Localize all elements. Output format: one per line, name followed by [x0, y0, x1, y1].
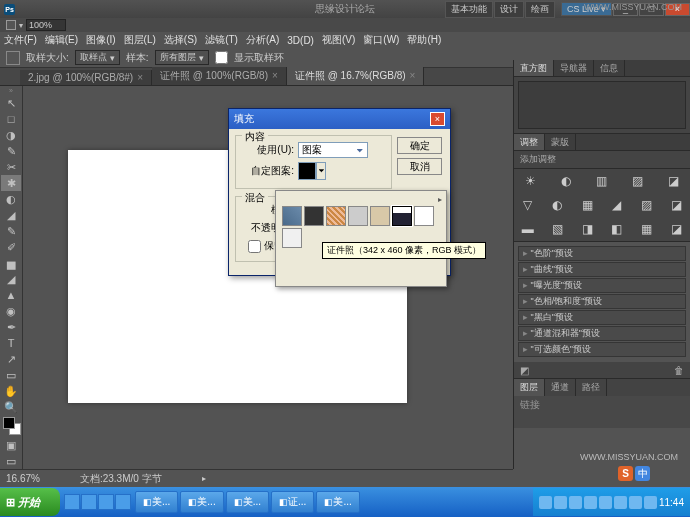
vibrance-icon[interactable]: ◪ [665, 173, 681, 189]
tray-icon[interactable] [584, 496, 597, 509]
doc-tab-0[interactable]: 2.jpg @ 100%(RGB/8#)× [20, 70, 152, 85]
blur-tool[interactable]: ▲ [1, 287, 21, 303]
move-tool[interactable]: ↖ [1, 95, 21, 111]
eyedropper-tool[interactable]: ✱ [1, 175, 21, 191]
histogram-tab[interactable]: 直方图 [514, 60, 554, 76]
dialog-titlebar[interactable]: 填充 × [229, 109, 450, 129]
use-dropdown[interactable]: 图案 [298, 142, 368, 158]
panel-action-icon[interactable]: ◩ [520, 365, 529, 376]
screenmode-tool[interactable]: ▭ [1, 453, 21, 469]
pen-tool[interactable]: ✒ [1, 319, 21, 335]
history-brush-tool[interactable]: ✐ [1, 239, 21, 255]
gradmap-icon[interactable]: ◧ [609, 221, 625, 237]
zoom-input[interactable] [26, 19, 66, 31]
ok-button[interactable]: 确定 [397, 137, 442, 154]
pattern-swatch[interactable] [298, 162, 316, 180]
adj-ic-b5[interactable]: ◪ [668, 221, 684, 237]
pattern-item-selected[interactable] [392, 206, 412, 226]
preset-chanmix[interactable]: "通道混和器"预设 [518, 326, 686, 341]
info-tab[interactable]: 信息 [594, 60, 625, 76]
tray-icon[interactable] [569, 496, 582, 509]
doc-tab-2[interactable]: 证件照 @ 16.7%(RGB/8)× [287, 67, 425, 85]
show-ring-checkbox[interactable] [215, 51, 228, 64]
workspace-dd-paint[interactable]: 绘画 [525, 1, 555, 18]
selcolor-icon[interactable]: ▦ [638, 221, 654, 237]
pattern-item[interactable] [282, 206, 302, 226]
tool-preset-icon[interactable] [6, 20, 16, 30]
brightness-icon[interactable]: ☀ [523, 173, 539, 189]
marquee-tool[interactable]: □ [1, 111, 21, 127]
brush-tool[interactable]: ◢ [1, 207, 21, 223]
taskbar-app[interactable]: ◧ 美... [316, 491, 359, 513]
preset-bw[interactable]: "黑白"预设 [518, 310, 686, 325]
heal-tool[interactable]: ◐ [1, 191, 21, 207]
zoom-level[interactable]: 16.67% [6, 473, 40, 484]
pattern-item[interactable] [304, 206, 324, 226]
menu-help[interactable]: 帮助(H) [407, 33, 441, 47]
pattern-item[interactable] [414, 206, 434, 226]
wand-tool[interactable]: ✎ [1, 143, 21, 159]
pattern-item[interactable] [370, 206, 390, 226]
adjustments-tab[interactable]: 调整 [514, 134, 545, 150]
sample-dropdown[interactable]: 所有图层 [155, 50, 209, 65]
gradient-tool[interactable]: ◢ [1, 271, 21, 287]
menu-analysis[interactable]: 分析(A) [246, 33, 279, 47]
tab-close-icon[interactable]: × [410, 70, 416, 81]
taskbar-app[interactable]: ◧ 美... [226, 491, 269, 513]
hue-icon[interactable]: ▽ [520, 197, 536, 213]
quicklaunch-icon[interactable] [98, 494, 114, 510]
invert-icon[interactable]: ▬ [520, 221, 536, 237]
colorbal-icon[interactable]: ◐ [549, 197, 565, 213]
paths-tab[interactable]: 路径 [576, 379, 607, 396]
tray-icon[interactable] [629, 496, 642, 509]
toolbox-chevron-icon[interactable]: » [1, 87, 21, 95]
taskbar-app[interactable]: ◧ 美... [135, 491, 178, 513]
curves-icon[interactable]: ▥ [594, 173, 610, 189]
taskbar-app[interactable]: ◧ 美... [180, 491, 223, 513]
ime-s-icon[interactable]: S [618, 466, 633, 481]
pattern-item[interactable] [326, 206, 346, 226]
menu-file[interactable]: 文件(F) [4, 33, 37, 47]
clock[interactable]: 11:44 [659, 497, 684, 508]
tab-close-icon[interactable]: × [137, 72, 143, 83]
threshold-icon[interactable]: ◨ [579, 221, 595, 237]
lasso-tool[interactable]: ◑ [1, 127, 21, 143]
quicklaunch-icon[interactable] [64, 494, 80, 510]
doc-size[interactable]: 文档:23.3M/0 字节 [80, 472, 162, 486]
path-tool[interactable]: ↗ [1, 351, 21, 367]
tray-icon[interactable] [554, 496, 567, 509]
levels-icon[interactable]: ◐ [558, 173, 574, 189]
poster-icon[interactable]: ▧ [549, 221, 565, 237]
type-tool[interactable]: T [1, 335, 21, 351]
dodge-tool[interactable]: ◉ [1, 303, 21, 319]
tray-icon[interactable] [644, 496, 657, 509]
cancel-button[interactable]: 取消 [397, 158, 442, 175]
channels-tab[interactable]: 通道 [545, 379, 576, 396]
preset-levels[interactable]: "色阶"预设 [518, 246, 686, 261]
layers-tab[interactable]: 图层 [514, 379, 545, 396]
menu-filter[interactable]: 滤镜(T) [205, 33, 238, 47]
dialog-close-icon[interactable]: × [430, 112, 445, 126]
menu-view[interactable]: 视图(V) [322, 33, 355, 47]
menu-edit[interactable]: 编辑(E) [45, 33, 78, 47]
menu-window[interactable]: 窗口(W) [363, 33, 399, 47]
preset-selcolor[interactable]: "可选颜色"预设 [518, 342, 686, 357]
tray-icon[interactable] [614, 496, 627, 509]
color-swatch[interactable] [3, 417, 21, 435]
preset-exposure[interactable]: "曝光度"预设 [518, 278, 686, 293]
quicklaunch-icon[interactable] [115, 494, 131, 510]
ime-cn-icon[interactable]: 中 [635, 466, 650, 481]
tab-close-icon[interactable]: × [272, 70, 278, 81]
menu-select[interactable]: 选择(S) [164, 33, 197, 47]
start-button[interactable]: 开始 [0, 488, 60, 516]
pattern-menu-icon[interactable]: ▸ [280, 195, 442, 204]
menu-image[interactable]: 图像(I) [86, 33, 115, 47]
eraser-tool[interactable]: ▅ [1, 255, 21, 271]
masks-tab[interactable]: 蒙版 [545, 134, 576, 150]
taskbar-app[interactable]: ◧ 证... [271, 491, 314, 513]
shape-tool[interactable]: ▭ [1, 367, 21, 383]
crop-tool[interactable]: ✂ [1, 159, 21, 175]
quickmask-tool[interactable]: ▣ [1, 437, 21, 453]
channel-mix-icon[interactable]: ▨ [638, 197, 654, 213]
workspace-dd-design[interactable]: 设计 [494, 1, 524, 18]
